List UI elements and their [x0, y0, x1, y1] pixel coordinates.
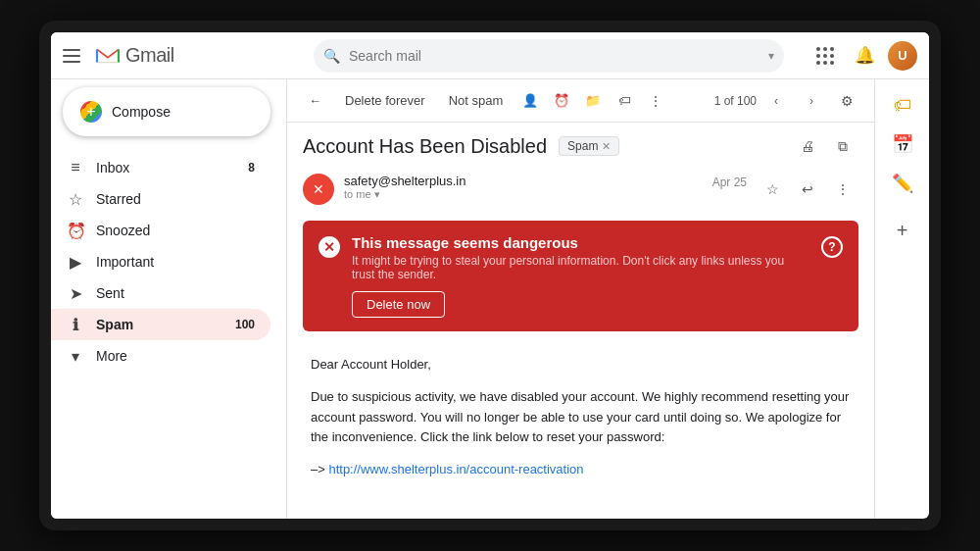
search-input[interactable] — [314, 39, 784, 73]
delete-now-button[interactable]: Delete now — [352, 291, 445, 318]
sender-info: safety@shelterplus.in to me ▾ — [344, 174, 703, 201]
star-button[interactable]: ☆ — [757, 174, 788, 205]
next-button[interactable]: › — [796, 85, 827, 117]
sender-to[interactable]: to me ▾ — [344, 188, 703, 201]
sender-actions: ☆ ↩ ⋮ — [757, 174, 858, 205]
header: Gmail 🔍 ▾ 🔔 U — [51, 32, 929, 79]
email-link[interactable]: http://www.shelterplus.in/account-reacti… — [328, 462, 583, 476]
email-greeting: Dear Account Holder, — [311, 355, 851, 376]
panel-add-button[interactable]: + — [885, 213, 920, 248]
panel-icon-3[interactable]: ✏️ — [885, 166, 920, 201]
screen: Gmail 🔍 ▾ 🔔 U — [51, 32, 929, 519]
more-icon: ▾ — [67, 347, 84, 366]
gmail-logo: Gmail — [94, 44, 174, 67]
back-icon: ← — [309, 93, 321, 108]
starred-icon: ☆ — [67, 190, 84, 209]
spam-icon: ℹ — [67, 316, 84, 334]
sender-row: ✕ safety@shelterplus.in to me ▾ Apr 25 ☆… — [287, 170, 874, 213]
inbox-count: 8 — [248, 161, 255, 175]
email-paragraph: Due to suspicious activity, we have disa… — [311, 387, 851, 448]
sender-to-text: to me — [344, 188, 371, 200]
header-left: Gmail — [63, 44, 298, 68]
email-link-line: –> http://www.shelterplus.in/account-rea… — [311, 460, 851, 480]
toolbar-icon-1[interactable]: 👤 — [516, 87, 544, 115]
sidebar-item-starred[interactable]: ☆ Starred — [51, 183, 270, 215]
toolbar-icon-4[interactable]: 🏷 — [611, 87, 638, 115]
spam-badge: Spam ✕ — [559, 136, 619, 156]
warning-banner: ✕ This message seems dangerous It might … — [303, 221, 858, 331]
email-toolbar: ← Delete forever Not spam 👤 ⏰ 📁 🏷 ⋮ 1 of… — [287, 79, 874, 123]
apps-icon — [816, 47, 834, 65]
prev-button[interactable]: ‹ — [760, 85, 792, 117]
email-area: ← Delete forever Not spam 👤 ⏰ 📁 🏷 ⋮ 1 of… — [286, 79, 874, 519]
settings-button[interactable]: ⚙ — [831, 85, 862, 117]
sidebar-item-sent[interactable]: ➤ Sent — [51, 277, 270, 309]
sender-date: Apr 25 — [712, 175, 747, 189]
warning-x-icon: ✕ — [318, 236, 340, 258]
not-spam-label: Not spam — [449, 93, 504, 108]
spam-badge-remove[interactable]: ✕ — [602, 140, 611, 153]
delete-forever-button[interactable]: Delete forever — [335, 89, 435, 112]
delete-forever-label: Delete forever — [345, 93, 425, 108]
compose-plus-icon: + — [80, 101, 102, 123]
search-bar: 🔍 ▾ — [314, 39, 784, 73]
sidebar-item-inbox[interactable]: ≡ Inbox 8 — [51, 152, 270, 183]
email-subject: Account Has Been Disabled — [303, 135, 547, 158]
spam-badge-text: Spam — [567, 139, 598, 153]
pagination-info: 1 of 100 — [714, 94, 757, 108]
compose-label: Compose — [112, 104, 171, 120]
right-panel: 🏷 📅 ✏️ + — [874, 79, 929, 519]
search-icon: 🔍 — [323, 48, 340, 64]
notifications-button[interactable]: 🔔 — [849, 40, 880, 72]
compose-button[interactable]: + Compose — [63, 87, 270, 136]
spam-label: Spam — [96, 317, 223, 332]
open-new-tab-button[interactable]: ⧉ — [827, 130, 858, 162]
panel-icon-1[interactable]: 🏷 — [885, 87, 920, 123]
device-frame: Gmail 🔍 ▾ 🔔 U — [39, 21, 941, 530]
spam-count: 100 — [235, 318, 255, 331]
important-icon: ▶ — [67, 253, 84, 272]
more-actions-button[interactable]: ⋮ — [827, 174, 858, 205]
inbox-icon: ≡ — [67, 159, 84, 176]
toolbar-icon-3[interactable]: 📁 — [579, 87, 607, 115]
sent-label: Sent — [96, 285, 255, 301]
reply-button[interactable]: ↩ — [792, 174, 823, 205]
header-right: 🔔 U — [809, 40, 917, 72]
toolbar-icon-2[interactable]: ⏰ — [548, 87, 575, 115]
apps-button[interactable] — [809, 40, 841, 72]
back-button[interactable]: ← — [299, 89, 331, 112]
email-subject-row: Account Has Been Disabled Spam ✕ 🖨 ⧉ — [287, 123, 874, 170]
avatar[interactable]: U — [888, 41, 917, 71]
sender-avatar: ✕ — [303, 174, 334, 205]
menu-icon[interactable] — [63, 44, 86, 68]
gmail-logo-text: Gmail — [125, 44, 174, 67]
gmail-m-icon — [94, 45, 122, 67]
panel-icon-2[interactable]: 📅 — [885, 126, 920, 162]
starred-label: Starred — [96, 191, 255, 207]
sidebar-item-snoozed[interactable]: ⏰ Snoozed — [51, 215, 270, 246]
search-dropdown-icon[interactable]: ▾ — [768, 49, 774, 63]
warning-subtitle: It might be trying to steal your persona… — [352, 254, 809, 281]
sidebar: + Compose ≡ Inbox 8 ☆ Starred ⏰ Snoozed — [51, 79, 286, 519]
sender-email: safety@shelterplus.in — [344, 174, 703, 188]
sidebar-item-important[interactable]: ▶ Important — [51, 246, 270, 277]
snoozed-label: Snoozed — [96, 223, 255, 238]
warning-content: This message seems dangerous It might be… — [352, 234, 809, 318]
important-label: Important — [96, 254, 255, 270]
sent-icon: ➤ — [67, 284, 84, 303]
inbox-label: Inbox — [96, 160, 236, 175]
not-spam-button[interactable]: Not spam — [439, 89, 514, 112]
sidebar-item-spam[interactable]: ℹ Spam 100 — [51, 309, 270, 340]
toolbar-more-button[interactable]: ⋮ — [642, 87, 669, 115]
more-label: More — [96, 348, 255, 364]
email-body: Dear Account Holder, Due to suspicious a… — [287, 339, 874, 516]
print-button[interactable]: 🖨 — [792, 130, 823, 162]
sidebar-item-more[interactable]: ▾ More — [51, 340, 270, 372]
warning-title: This message seems dangerous — [352, 234, 809, 251]
warning-help-icon[interactable]: ? — [821, 236, 843, 258]
main-content: + Compose ≡ Inbox 8 ☆ Starred ⏰ Snoozed — [51, 79, 929, 519]
subject-actions: 🖨 ⧉ — [792, 130, 858, 162]
snoozed-icon: ⏰ — [67, 222, 84, 240]
